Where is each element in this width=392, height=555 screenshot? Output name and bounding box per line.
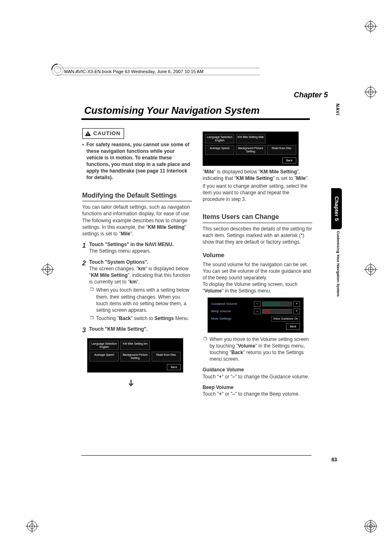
modify-paragraph-2: The following example describes how to c… [82, 217, 192, 237]
sub-bullet-icon: ❐ [203, 336, 207, 363]
cell-avg-speed: Average Speed [90, 352, 119, 361]
svg-rect-28 [88, 134, 88, 135]
page-title: Customising Your Navigation System [84, 105, 260, 116]
book-header: MAN-AVIC-X3-EN.book Page 63 Wednesday, J… [57, 68, 260, 75]
mute-settings-label: Mute Settings [211, 317, 270, 321]
page-number: 63 [332, 457, 337, 463]
cell-bg-picture: Background Picture Setting [120, 352, 150, 361]
step-3: 3 Touch "KM Mile Setting". [82, 326, 192, 335]
step-body: The Settings menu appears. [89, 248, 192, 254]
step-title: Touch "Settings" in the NAVI MENU. [89, 241, 192, 248]
volume-heading: Volume [203, 251, 312, 259]
cell-language: Language Selection English [90, 341, 119, 350]
caution-label: CAUTION [93, 130, 120, 137]
registration-mark-icon [364, 20, 377, 33]
beep-volume-heading: Beep Volume [203, 384, 312, 391]
registration-mark-icon [41, 263, 54, 276]
sub-bullet: ❐ When you touch items with a setting be… [89, 287, 192, 313]
warning-icon [85, 131, 91, 136]
step-body: The screen changes. "km" is displayed be… [89, 265, 192, 286]
chapter-label: Chapter 5 [294, 91, 328, 99]
cell-km-mile: KM Mile Setting km [120, 341, 150, 350]
volume-p2: To display the Volume setting screen, to… [203, 281, 312, 294]
volume-bar [262, 302, 292, 306]
footer-rule [81, 455, 311, 456]
modify-paragraph-1: You can tailor default settings, such as… [82, 204, 192, 217]
side-tab-chapter: Chapter 5 [331, 188, 342, 229]
step-title: Touch "System Options". [89, 259, 192, 265]
voice-guidance-cell: Voice Guidance On [271, 316, 300, 322]
plus-button: + [293, 309, 300, 314]
beep-volume-label: Beep Volume [211, 309, 252, 314]
after-screenshot-p2: If you want to change another setting, s… [203, 183, 312, 203]
guidance-volume-heading: Guidance Volume [203, 366, 312, 373]
back-button: Back [286, 323, 300, 329]
right-column: Language Selection English KM Mile Setti… [203, 128, 312, 397]
registration-mark-icon [364, 85, 377, 99]
guidance-volume-body: Touch "+" or "–" to change the Guidance … [203, 373, 312, 380]
cell-km-mile: KM Mile Setting Mile [236, 134, 265, 143]
back-button: Back [167, 364, 181, 370]
minus-button: – [254, 301, 261, 307]
sub-bullet-icon: ❐ [90, 315, 94, 322]
plus-button: + [293, 301, 300, 307]
volume-screenshot: Guidance Volume – + Beep Volume – + Mute… [208, 297, 304, 332]
sub-bullet: ❐ Touching "Back" switch to Settings Men… [89, 315, 192, 322]
volume-sub-bullet: ❐ When you move to the Volume setting sc… [203, 336, 312, 363]
back-button: Back [282, 157, 296, 164]
step-number: 3 [82, 326, 86, 335]
side-tab-subtitle: Customising Your Navigation System [336, 231, 340, 297]
section-items-heading: Items Users can Change [203, 212, 312, 223]
step-title: Touch "KM Mile Setting". [89, 326, 192, 332]
down-arrow-icon: ➔ [125, 379, 137, 387]
step-number: 1 [82, 241, 86, 254]
bullet-icon: • [82, 141, 84, 181]
volume-p1: The sound volume for the navigation can … [203, 261, 312, 281]
minus-button: – [254, 309, 261, 314]
caution-text: • For safety reasons, you cannot use som… [82, 141, 192, 181]
settings-screenshot-mile: Language Selection English KM Mile Setti… [203, 131, 299, 166]
registration-mark-icon [364, 263, 377, 276]
cell-avg-speed: Average Speed [205, 145, 234, 154]
guidance-volume-label: Guidance Volume [211, 302, 252, 306]
step-1: 1 Touch "Settings" in the NAVI MENU. The… [82, 241, 192, 254]
registration-mark-icon [364, 520, 377, 533]
cell-language: Language Selection English [205, 134, 234, 143]
beep-volume-body: Touch "+" or "–" to change the Beep volu… [203, 391, 312, 397]
sub-bullet-icon: ❐ [90, 287, 94, 313]
volume-bar [262, 309, 292, 314]
left-column: CAUTION • For safety reasons, you cannot… [82, 128, 192, 397]
step-number: 2 [82, 259, 86, 322]
after-screenshot-text: "Mile" is displayed below "KM Mile Setti… [203, 168, 312, 182]
items-paragraph: This section describes the details of th… [203, 226, 312, 246]
svg-rect-27 [88, 132, 88, 134]
navi-vertical-label: NAVI [335, 104, 340, 115]
registration-mark-icon [25, 520, 39, 533]
cell-read-disc: Read from Disc [267, 145, 296, 154]
title-underline [81, 118, 310, 120]
cell-read-disc: Read from Disc [152, 352, 181, 361]
caution-box: CAUTION [82, 128, 124, 139]
step-2: 2 Touch "System Options". The screen cha… [82, 259, 192, 322]
settings-screenshot-km: Language Selection English KM Mile Setti… [87, 338, 183, 373]
section-modifying-heading: Modifying the Default Settings [82, 191, 192, 202]
cell-bg-picture: Background Picture Setting [236, 145, 265, 154]
